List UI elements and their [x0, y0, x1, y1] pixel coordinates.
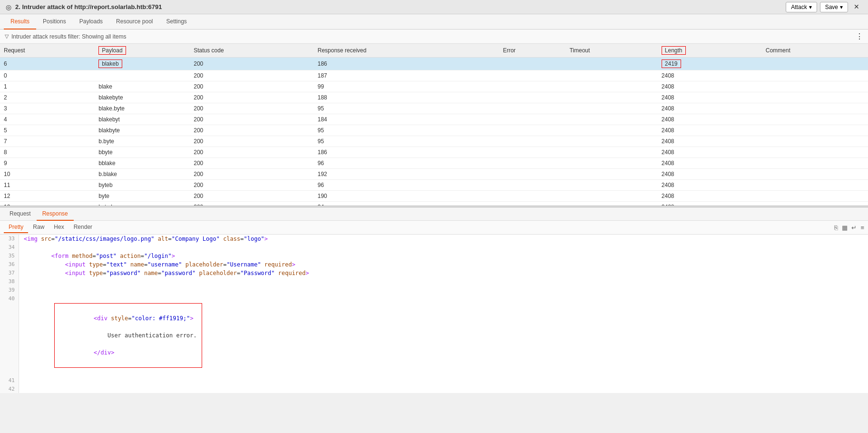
cell-comment	[762, 103, 868, 114]
code-line-37: 37 <input type="password" name="password…	[0, 269, 868, 277]
col-header-payload: Payload	[95, 44, 190, 58]
table-row[interactable]: 12 byte 200 190 2408	[0, 191, 868, 202]
subtab-raw[interactable]: Raw	[28, 222, 49, 233]
cell-payload: byteb	[95, 180, 190, 191]
table-row[interactable]: 10 b.blake 200 192 2408	[0, 169, 868, 180]
code-line-40: 40 <div style="color: #ff1919;"> User au…	[0, 295, 868, 376]
bottom-panel: Request Response Pretty Raw Hex Render ⎘…	[0, 207, 868, 393]
table-row[interactable]: 7 b.byte 200 95 2408	[0, 136, 868, 147]
cell-timeout	[566, 70, 657, 81]
table-row[interactable]: 9 bblake 200 96 2408	[0, 158, 868, 169]
cell-error	[499, 191, 566, 202]
cell-request: 3	[0, 103, 95, 114]
table-row[interactable]: 1 blake 200 99 2408	[0, 81, 868, 92]
table-row[interactable]: 3 blake.byte 200 95 2408	[0, 103, 868, 114]
bottom-tabs: Request Response	[0, 207, 868, 221]
copy-icon[interactable]: ⎘	[834, 224, 838, 231]
subtab-render[interactable]: Render	[69, 222, 97, 233]
tab-response[interactable]: Response	[37, 207, 74, 221]
line-content-39	[19, 286, 24, 295]
results-table: Request Payload Status code Response rec…	[0, 44, 868, 206]
tab-request[interactable]: Request	[4, 207, 37, 221]
close-icon[interactable]: ✕	[851, 2, 862, 12]
view-toggle-icon[interactable]: ▦	[842, 224, 848, 231]
tab-payloads[interactable]: Payloads	[73, 14, 109, 30]
code-line-39: 39	[0, 286, 868, 295]
cell-response: 94	[314, 202, 499, 206]
cell-response: 95	[314, 103, 499, 114]
cell-payload: b.blake	[95, 169, 190, 180]
cell-comment	[762, 70, 868, 81]
line-content-35: <form method="post" action="/login">	[19, 252, 175, 260]
code-line-33: 33 <img src="/static/css/images/logo.png…	[0, 235, 868, 243]
code-line-35: 35 <form method="post" action="/login">	[0, 252, 868, 260]
chevron-down-icon: ▾	[809, 4, 812, 10]
more-icon[interactable]: ≡	[860, 224, 864, 231]
cell-error	[499, 125, 566, 136]
line-num-42: 42	[0, 385, 19, 393]
cell-length: 2408	[658, 125, 762, 136]
cell-timeout	[566, 180, 657, 191]
cell-timeout	[566, 125, 657, 136]
cell-response: 187	[314, 70, 499, 81]
cell-payload	[95, 70, 190, 81]
cell-payload: byte.b	[95, 202, 190, 206]
cell-payload: blakebyt	[95, 114, 190, 125]
tab-resource-pool[interactable]: Resource pool	[109, 14, 159, 30]
line-num-38: 38	[0, 277, 19, 286]
cell-payload: blakebyte	[95, 92, 190, 103]
cell-status: 200	[190, 125, 314, 136]
col-header-response: Response received	[314, 44, 499, 58]
line-num-39: 39	[0, 286, 19, 295]
cell-timeout	[566, 147, 657, 158]
table-row[interactable]: 0 200 187 2408	[0, 70, 868, 81]
cell-response: 184	[314, 114, 499, 125]
cell-status: 200	[190, 158, 314, 169]
cell-request: 4	[0, 114, 95, 125]
cell-error	[499, 158, 566, 169]
cell-error	[499, 70, 566, 81]
subtab-hex[interactable]: Hex	[49, 222, 68, 233]
tab-settings[interactable]: Settings	[159, 14, 193, 30]
table-row[interactable]: 8 bbyte 200 186 2408	[0, 147, 868, 158]
line-num-35: 35	[0, 252, 19, 260]
sub-tabs: Pretty Raw Hex Render ⎘ ▦ ↵ ≡	[0, 221, 868, 235]
page-title: 2. Intruder attack of http://report.sola…	[15, 3, 162, 10]
cell-status: 200	[190, 169, 314, 180]
cell-length: 2408	[658, 92, 762, 103]
cell-error	[499, 92, 566, 103]
table-header-row: Request Payload Status code Response rec…	[0, 44, 868, 58]
cell-comment	[762, 202, 868, 206]
cell-payload: blake	[95, 81, 190, 92]
tab-results[interactable]: Results	[4, 14, 36, 30]
table-row[interactable]: 13 byte.b 200 94 2408	[0, 202, 868, 206]
cell-response: 99	[314, 81, 499, 92]
line-num-40: 40	[0, 295, 19, 376]
cell-error	[499, 180, 566, 191]
line-num-34: 34	[0, 243, 19, 252]
table-body: 6 blakeb 200 186 2419 0 200 187 2408 1 b…	[0, 58, 868, 206]
save-button[interactable]: Save ▾	[820, 2, 848, 12]
filter-menu-icon[interactable]: ⋮	[856, 32, 863, 41]
cell-error	[499, 136, 566, 147]
cell-error	[499, 169, 566, 180]
cell-payload: bbyte	[95, 147, 190, 158]
cell-timeout	[566, 103, 657, 114]
cell-status: 200	[190, 147, 314, 158]
tab-positions[interactable]: Positions	[36, 14, 73, 30]
table-row[interactable]: 11 byteb 200 96 2408	[0, 180, 868, 191]
table-row[interactable]: 4 blakebyt 200 184 2408	[0, 114, 868, 125]
subtab-pretty[interactable]: Pretty	[4, 222, 28, 233]
cell-status: 200	[190, 136, 314, 147]
line-content-34	[19, 243, 24, 252]
col-header-comment: Comment	[762, 44, 868, 58]
attack-button[interactable]: Attack ▾	[786, 2, 817, 12]
table-row[interactable]: 6 blakeb 200 186 2419	[0, 58, 868, 70]
sub-tabs-left: Pretty Raw Hex Render	[4, 222, 97, 233]
table-row[interactable]: 5 blakbyte 200 95 2408	[0, 125, 868, 136]
cell-response: 186	[314, 147, 499, 158]
cell-response: 96	[314, 180, 499, 191]
table-row[interactable]: 2 blakebyte 200 188 2408	[0, 92, 868, 103]
chevron-down-icon: ▾	[840, 4, 843, 10]
wrap-icon[interactable]: ↵	[851, 224, 857, 231]
